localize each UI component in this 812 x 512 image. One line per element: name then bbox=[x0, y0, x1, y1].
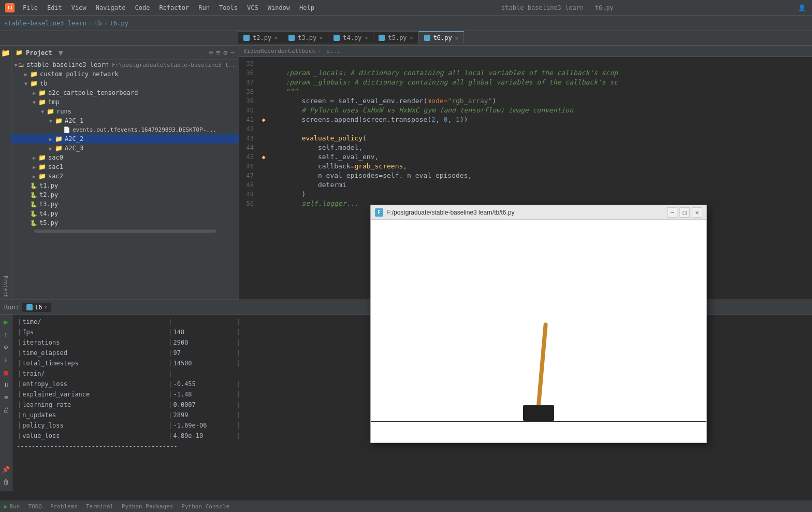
menu-navigate[interactable]: Navigate bbox=[92, 3, 130, 12]
status-run[interactable]: ▶ Run bbox=[4, 503, 20, 510]
close-tab-t6py[interactable]: ✕ bbox=[455, 35, 458, 41]
run-scroll-up-btn[interactable]: ↑ bbox=[1, 329, 11, 339]
project-title: Project bbox=[26, 49, 52, 56]
menu-code[interactable]: Code bbox=[131, 3, 154, 12]
menu-tools[interactable]: Tools bbox=[215, 3, 242, 12]
tree-item-t3py[interactable]: ▶ 🐍 t3.py bbox=[11, 200, 239, 209]
menu-file[interactable]: File bbox=[19, 3, 42, 12]
close-tab-t3py[interactable]: ✕ bbox=[320, 35, 323, 40]
breadcrumb: stable-baseline3 learn › tb › t6.py bbox=[4, 20, 128, 27]
code-line-41: 41 ◆ screens.append(screen.transpose(2, … bbox=[239, 115, 812, 124]
code-line-40: 40 # PyTorch uses CxHxW vs HxWxC gym (an… bbox=[239, 106, 812, 115]
tree-item-tb[interactable]: ▼ 📁 tb bbox=[11, 79, 239, 88]
title-bar: IJ File Edit View Navigate Code Refactor… bbox=[0, 0, 812, 16]
floating-window-controls: − □ ✕ bbox=[667, 207, 702, 218]
nav-bar: stable-baseline3 learn › tb › t6.py bbox=[0, 16, 812, 31]
run-pin-btn[interactable]: 📌 bbox=[1, 464, 11, 475]
floating-window-content bbox=[371, 220, 706, 443]
editor-breadcrumb: VideoRecorderCallback › _o... bbox=[239, 46, 812, 57]
cartpole-scene bbox=[371, 220, 706, 443]
menu-bar: File Edit View Navigate Code Refactor Ru… bbox=[19, 3, 318, 12]
app-logo: IJ bbox=[5, 3, 15, 12]
tree-item-sac0[interactable]: ▶ 📁 sac0 bbox=[11, 153, 239, 162]
code-lines: 35 36 :param _locals: A dictionary conta… bbox=[239, 57, 812, 210]
breadcrumb-tb[interactable]: tb bbox=[94, 20, 102, 27]
tab-t6py[interactable]: t6.py ✕ bbox=[419, 31, 464, 44]
run-stop-btn[interactable]: ■ bbox=[1, 367, 11, 378]
run-pause-btn[interactable]: ⏸ bbox=[1, 380, 11, 390]
tree-item-t4py[interactable]: ▶ 🐍 t4.py bbox=[11, 209, 239, 218]
tree-scrollbar[interactable] bbox=[11, 230, 239, 234]
floating-minimize-btn[interactable]: − bbox=[667, 207, 677, 218]
close-tab-t4py[interactable]: ✕ bbox=[365, 35, 368, 40]
run-print-btn[interactable]: 🖨 bbox=[1, 405, 11, 415]
sidebar-icon-2[interactable]: Project bbox=[3, 276, 8, 297]
status-python-console[interactable]: Python Console bbox=[181, 503, 229, 510]
close-run-tab[interactable]: ✕ bbox=[44, 304, 47, 310]
menu-refactor[interactable]: Refactor bbox=[155, 3, 193, 12]
tree-item-runs[interactable]: ▼ 📁 runs bbox=[11, 107, 239, 116]
tree-item-t1py[interactable]: ▶ 🐍 t1.py bbox=[11, 181, 239, 190]
tree-item-a2c3[interactable]: ▶ 📁 A2C_3 bbox=[11, 144, 239, 153]
menu-vcs[interactable]: VCS bbox=[243, 3, 263, 12]
tree-item-custom-policy[interactable]: ▶ 📁 custom policy network bbox=[11, 69, 239, 79]
menu-help[interactable]: Help bbox=[295, 3, 318, 12]
breadcrumb-file[interactable]: t6.py bbox=[110, 20, 128, 27]
tab-t4py[interactable]: t4.py ✕ bbox=[328, 31, 373, 44]
menu-window[interactable]: Window bbox=[264, 3, 294, 12]
tree-item-a2c2[interactable]: ▶ 📁 A2C_2 bbox=[11, 134, 239, 144]
floating-maximize-btn[interactable]: □ bbox=[679, 207, 690, 218]
menu-view[interactable]: View bbox=[67, 3, 91, 12]
project-locate-icon[interactable]: ⊕ bbox=[209, 49, 213, 56]
project-panel-header: 📁 Project ▼ ⊕ ≡ ⚙ − bbox=[11, 46, 239, 60]
code-line-45: 45 ◆ self._eval_env, bbox=[239, 152, 812, 162]
run-scroll-down-btn[interactable]: ↓ bbox=[1, 354, 11, 364]
tab-t5py[interactable]: t5.py ✕ bbox=[373, 31, 418, 44]
status-todo[interactable]: TODO bbox=[28, 503, 42, 510]
floating-close-btn[interactable]: ✕ bbox=[692, 207, 702, 218]
run-delete-btn[interactable]: 🗑 bbox=[1, 477, 11, 487]
tree-item-a2c-cartpole[interactable]: ▶ 📁 a2c_cartpole_tensorboard bbox=[11, 88, 239, 97]
tree-item-sac1[interactable]: ▶ 📁 sac1 bbox=[11, 162, 239, 172]
tree-item-events[interactable]: ▶ 📄 events.out.tfevents.1647929893.DESKT… bbox=[11, 125, 239, 134]
tree-item-t5py[interactable]: ▶ 🐍 t5.py bbox=[11, 218, 239, 227]
code-line-42: 42 bbox=[239, 124, 812, 134]
breadcrumb-root[interactable]: stable-baseline3 learn bbox=[4, 20, 86, 27]
status-python-packages[interactable]: Python Packages bbox=[122, 503, 173, 510]
project-header-actions: ⊕ ≡ ⚙ − bbox=[209, 49, 235, 56]
close-tab-t5py[interactable]: ✕ bbox=[410, 35, 413, 40]
run-rerun-btn[interactable]: ▶ bbox=[1, 317, 11, 327]
floating-title-bar: F F:/postgraduate/stable-baseline3 learn… bbox=[371, 205, 706, 220]
tab-t3py[interactable]: t3.py ✕ bbox=[283, 31, 328, 44]
profile-icon[interactable]: 👤 bbox=[796, 3, 807, 13]
run-settings-btn[interactable]: ⚙ bbox=[1, 342, 11, 352]
sidebar-icon-1[interactable]: 📁 bbox=[1, 49, 10, 57]
status-bar: ▶ Run TODO Problems Terminal Python Pack… bbox=[0, 501, 812, 512]
status-terminal[interactable]: Terminal bbox=[86, 503, 113, 510]
code-line-46: 46 callback=grab_screens, bbox=[239, 162, 812, 171]
tab-t2py[interactable]: t2.py ✕ bbox=[238, 31, 283, 44]
run-tab[interactable]: t6 ✕ bbox=[22, 303, 51, 312]
run-tab-label: t6 bbox=[35, 304, 42, 311]
tree-item-tmp[interactable]: ▼ 📁 tmp bbox=[11, 97, 239, 107]
code-line-39: 39 screen = self._eval_env.render(mode="… bbox=[239, 96, 812, 106]
code-line-35: 35 bbox=[239, 59, 812, 68]
tree-item-a2c1[interactable]: ▼ 📁 A2C_1 bbox=[11, 116, 239, 125]
code-line-49: 49 ) bbox=[239, 190, 812, 199]
close-tab-t2py[interactable]: ✕ bbox=[274, 35, 278, 40]
menu-run[interactable]: Run bbox=[194, 3, 214, 12]
tree-item-sac2[interactable]: ▶ 📁 sac2 bbox=[11, 172, 239, 181]
project-minimize-icon[interactable]: − bbox=[230, 49, 235, 56]
code-line-38: 38 """ bbox=[239, 87, 812, 96]
project-collapse-icon[interactable]: ≡ bbox=[216, 49, 221, 56]
tree-item-t2py[interactable]: ▶ 🐍 t2.py bbox=[11, 190, 239, 200]
run-list-btn[interactable]: ≡ bbox=[1, 392, 11, 403]
cartpole-pole bbox=[536, 322, 548, 405]
project-settings-icon[interactable]: ⚙ bbox=[223, 49, 227, 56]
tree-item-root[interactable]: ▼ 🗂 stable-baseline3 learn F:\postgradua… bbox=[11, 60, 239, 69]
cartpole-cart bbox=[523, 405, 554, 421]
status-problems[interactable]: Problems bbox=[50, 503, 78, 510]
floating-window: F F:/postgraduate/stable-baseline3 learn… bbox=[370, 205, 707, 443]
cartpole-ground bbox=[371, 421, 706, 422]
menu-edit[interactable]: Edit bbox=[43, 3, 66, 12]
